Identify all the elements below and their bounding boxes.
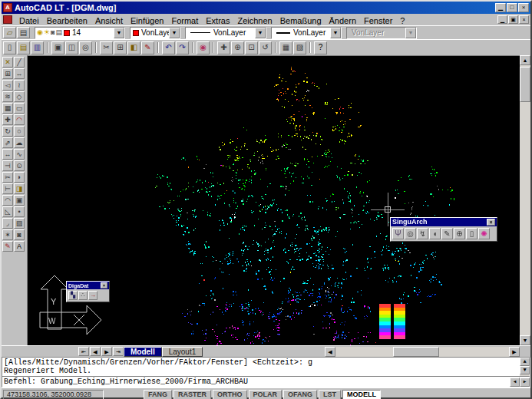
fillet-tool[interactable]: ◞ [2,218,13,229]
layers-dialog-button[interactable]: ▤ [17,27,30,38]
singuarch-close-button[interactable]: × [487,219,495,226]
tab-nav-prev-button[interactable]: ◀ [90,347,101,356]
command-history[interactable]: [Alles/Mitte/Dynamisch/Grenzen/Vorher/FA… [2,358,520,376]
tab-nav-first-button[interactable]: ⇤ [78,347,89,356]
command-input-line[interactable]: Befehl: Grabung_Eching_Hirnerwiese_2000/… [2,378,510,387]
line-tool[interactable]: ╱ [14,57,25,68]
menu-item-fenster[interactable]: Fenster [360,16,396,25]
erase-tool[interactable]: ✕ [2,57,13,68]
tab-layout1[interactable]: Layout1 [162,347,203,357]
undo-button[interactable]: ↶ [162,41,175,54]
singuarch-title-bar[interactable]: SinguArch × [391,218,497,226]
open-button[interactable]: ▤ [17,41,30,54]
layer-combo-dropdown[interactable]: ▼ [114,28,124,38]
rectangle-tool[interactable]: ▭ [14,103,25,114]
zoom-realtime-button[interactable]: ⊕ [231,41,244,54]
revision-cloud-tool[interactable]: ☁ [14,137,25,148]
scale-tool[interactable]: ⇗ [2,137,13,148]
menu-item-extras[interactable]: Extras [202,16,233,25]
minimize-button[interactable]: ▁ [495,3,506,12]
digadat-close-button[interactable]: × [101,282,107,289]
region-tool[interactable]: ◙ [14,229,25,240]
scroll-left-button[interactable]: ◀ [325,347,335,357]
singuarch-measure-tool[interactable]: ◎ [405,228,416,239]
linetype-combo-dropdown[interactable]: ▼ [255,28,266,38]
paste-button[interactable]: ◧ [127,41,140,54]
point-tool[interactable]: • [14,206,25,217]
command-scroll-right-button[interactable]: ▶ [520,378,530,387]
ellipse-tool[interactable]: ⊙ [14,160,25,171]
singuarch-pick-tool[interactable]: ↯ [417,228,428,239]
digadat-arrow-tool[interactable]: → [88,291,97,300]
make-block-tool[interactable]: ▣ [14,195,25,206]
polyline-tool[interactable]: ≀ [14,80,25,91]
menu-item-datei[interactable]: Datei [15,16,43,25]
text-tool[interactable]: A [14,241,25,252]
mirror-tool[interactable]: ◅ [2,80,13,91]
maximize-button[interactable]: □ [507,3,517,12]
rotate-tool[interactable]: ↻ [2,126,13,137]
singuarch-brush-tool[interactable]: ✎ [441,228,453,239]
child-restore-button[interactable]: ▣ [508,15,518,24]
cut-button[interactable]: ✂ [100,41,113,54]
canvas-horizontal-scrollbar[interactable]: ◀ ▶ [325,347,520,357]
make-object-layer-current-button[interactable]: ▱ [3,27,16,38]
singuarch-zoom-tool[interactable]: ⊕ [454,228,465,239]
pan-realtime-button[interactable]: ✚ [217,41,230,54]
close-button[interactable]: × [518,3,529,12]
digadat-points-tool[interactable]: ∴ [78,291,88,300]
child-close-button[interactable]: × [519,15,529,24]
color-combo-dropdown[interactable]: ▼ [169,28,180,38]
command-scroll-down-button[interactable]: ▼ [520,366,530,374]
insert-hyperlink-button[interactable]: ◉ [197,41,210,54]
status-toggle-ortho[interactable]: ORTHO [213,390,247,399]
status-toggle-modell[interactable]: MODELL [342,390,381,399]
match-properties-button[interactable]: ✎ [141,41,154,54]
zoom-previous-button[interactable]: ↺ [259,41,272,54]
new-button[interactable]: ▯ [3,41,16,54]
print-preview-button[interactable]: ◫ [65,41,78,54]
linetype-combo[interactable]: VonLayer ▼ [185,27,266,39]
singuarch-panel-tool[interactable]: ▯ [466,228,477,239]
menu-item-ndern[interactable]: Ändern [325,16,360,25]
tab-nav-next-button[interactable]: ▶ [101,347,112,356]
offset-tool[interactable]: ≋ [2,91,13,102]
vertical-scroll-thumb[interactable] [520,67,530,102]
singuarch-find-tool[interactable]: ◖ [429,228,441,239]
menu-item-bearbeiten[interactable]: Bearbeiten [43,16,91,25]
canvas-vertical-scrollbar[interactable]: ▲ ▼ [520,55,530,345]
status-toggle-polar[interactable]: POLAR [249,390,283,399]
print-button[interactable]: ▣ [51,41,64,54]
copy-button[interactable]: ⊞ [114,41,127,54]
trim-tool[interactable]: ✂ [2,172,13,183]
digadat-title-bar[interactable]: DigaDat × [67,282,109,289]
status-toggle-fang[interactable]: FANG [144,390,172,399]
scroll-up-button[interactable]: ▲ [520,55,530,65]
status-toggle-lst[interactable]: LST [319,390,341,399]
horizontal-scroll-thumb[interactable] [393,347,439,357]
singuarch-starburst-tool[interactable]: ✺ [478,228,490,239]
scroll-down-button[interactable]: ▼ [520,335,530,345]
status-toggle-ofang[interactable]: OFANG [283,390,317,399]
status-toggle-raster[interactable]: RASTER [173,390,211,399]
menu-item-format[interactable]: Format [167,16,202,25]
layer-combo[interactable]: ◉☀◙▤ 14 ▼ [35,27,125,39]
move-tool[interactable]: ✚ [2,114,13,125]
save-button[interactable]: ▥ [31,41,44,54]
command-scroll-left-button[interactable]: ◀ [510,378,520,387]
stretch-tool[interactable]: ↔ [2,149,13,160]
properties-button[interactable]: ▦ [279,41,292,54]
chamfer-tool[interactable]: ◺ [2,206,13,217]
polygon-tool[interactable]: ◇ [14,91,25,102]
vertical-scroll-track[interactable] [520,65,530,335]
lengthen-tool[interactable]: ⊣ [2,160,13,171]
array-tool[interactable]: ▦ [2,103,13,114]
insert-block-tool[interactable]: ◨ [14,183,25,194]
menu-item-bemaung[interactable]: Bemaßung [276,16,325,25]
menu-item-zeichnen[interactable]: Zeichnen [233,16,276,25]
child-minimize-button[interactable]: ▁ [497,15,507,24]
help-button[interactable]: ? [314,41,327,54]
extend-tool[interactable]: ⊢ [2,183,13,194]
menu-item-help[interactable]: ? [396,16,408,25]
horizontal-scroll-track[interactable] [335,347,509,357]
